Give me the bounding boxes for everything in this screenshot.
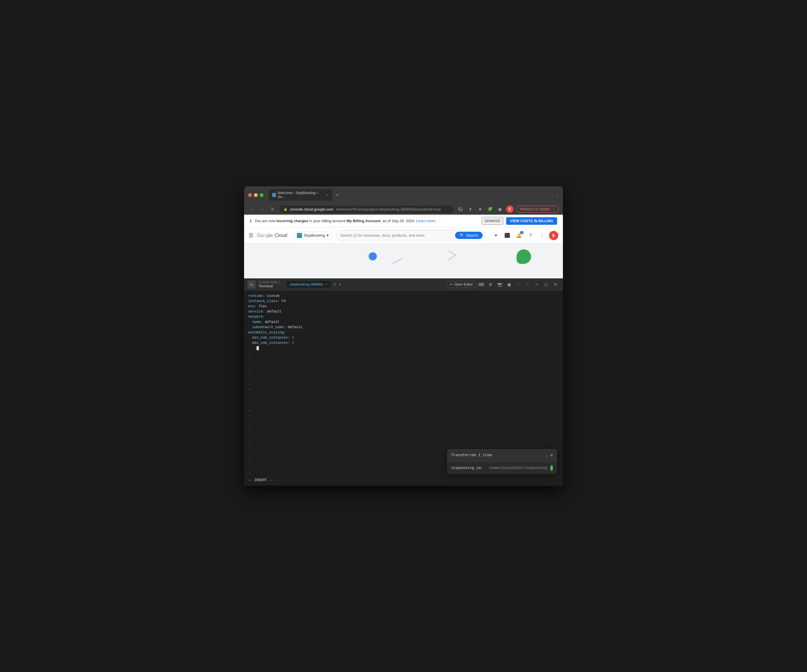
decorative-blue-dot: [369, 252, 377, 260]
edit-icon: ✏: [450, 282, 453, 286]
project-icon: [297, 233, 302, 238]
reading-list-icon[interactable]: ▣: [496, 205, 504, 213]
shell-add-tab-button[interactable]: +: [332, 281, 338, 288]
reload-button[interactable]: ↻: [269, 205, 277, 213]
title-bar: Welcome – StayBooking – Go... ✕ + ⌄: [244, 186, 563, 204]
terminal-line-4: service: default: [248, 309, 559, 314]
transfer-filename: staybooking.jar: [451, 465, 486, 471]
bookmark-icon[interactable]: ★: [477, 205, 484, 213]
dismiss-button[interactable]: DISMISS: [482, 217, 503, 225]
transfer-collapse-button[interactable]: ⌄: [546, 452, 548, 458]
close-shell-button[interactable]: ✕: [551, 280, 560, 288]
gc-header-actions: ✦ ⬛ 🔔 1 ? ⋮ E: [491, 231, 558, 240]
tab-bar: Welcome – StayBooking – Go... ✕ + ⌄: [269, 189, 559, 201]
google-icon[interactable]: [457, 205, 464, 213]
shell-tab-dropdown-button[interactable]: ▾: [339, 282, 341, 286]
maximize-window-button[interactable]: [260, 193, 264, 197]
transfer-close-button[interactable]: ✕: [550, 452, 553, 459]
cloud-wordmark: Cloud: [274, 233, 287, 238]
url-base: console.cloud.google.com: [290, 207, 333, 212]
terminal-body[interactable]: runtime: custom instance_class: F4 env: …: [244, 291, 563, 486]
profile-avatar[interactable]: E: [506, 205, 514, 213]
new-tab-button[interactable]: +: [334, 191, 341, 199]
gc-header: ☰ Google Cloud StayBooking ▾ 🔍 Search: [244, 227, 563, 243]
shell-label: CLOUD SHELL: [259, 281, 280, 284]
shell-tab-active[interactable]: (staybooking-388800) ✕: [287, 281, 331, 288]
insert-mode-indicator: -- INSERT --: [248, 478, 559, 483]
terminal-line-7: subnetwork_name: default: [248, 325, 559, 330]
screen-icon[interactable]: ▣: [505, 280, 513, 288]
share-icon[interactable]: ⬆: [467, 205, 474, 213]
help-icon[interactable]: ?: [526, 231, 535, 240]
billing-text: You are now incurring charges in your bi…: [254, 219, 479, 223]
search-input[interactable]: [340, 233, 455, 238]
cursor: [257, 346, 259, 350]
tab-close-button[interactable]: ✕: [325, 193, 329, 197]
relaunch-button[interactable]: Relaunch to update ⋮: [516, 206, 559, 213]
transfer-notification: Transferred 1 item ⌄ ✕ staybooking.jar /…: [447, 449, 557, 474]
address-bar: ← → ↻ 🔒 console.cloud.google.com /welcom…: [244, 204, 563, 215]
shell-title-area: CLOUD SHELL Terminal: [259, 281, 280, 288]
tab-favicon: [272, 193, 276, 197]
url-bar[interactable]: 🔒 console.cloud.google.com /welcome?hl=e…: [279, 206, 454, 213]
info-icon: ℹ: [250, 218, 252, 223]
learn-more-link[interactable]: Learn more: [416, 219, 435, 223]
search-icon: 🔍: [460, 233, 464, 238]
back-button[interactable]: ←: [248, 205, 256, 213]
tab-label: Welcome – StayBooking – Go...: [278, 191, 324, 199]
open-editor-label: Open Editor: [454, 282, 473, 286]
decorative-line: [392, 258, 403, 264]
forward-button[interactable]: →: [259, 205, 266, 213]
expand-icon[interactable]: ⤢: [533, 280, 541, 288]
security-icon: 🔒: [284, 207, 287, 211]
user-avatar[interactable]: E: [549, 231, 558, 240]
terminal-line-8: automatic_scaling:: [248, 330, 559, 335]
minimize-window-button[interactable]: [254, 193, 258, 197]
terminal-line-1: runtime: custom: [248, 293, 559, 299]
project-name: StayBooking: [304, 233, 325, 238]
more-icon[interactable]: ⋮: [514, 280, 522, 288]
terminal-cursor-line: [248, 346, 559, 351]
cloud-shell: CLOUD SHELL Terminal (staybooking-388800…: [244, 278, 563, 486]
terminal-line-2: instance_class: F4: [248, 299, 559, 304]
transfer-path: /home/byleve2022/staybooking: [489, 465, 547, 471]
google-wordmark: Google: [257, 233, 273, 238]
shell-tab-close-button[interactable]: ✕: [325, 282, 328, 286]
popout-icon[interactable]: ⬡: [542, 280, 550, 288]
shell-tabs: (staybooking-388800) ✕ + ▾: [287, 281, 341, 288]
traffic-lights: [248, 193, 264, 197]
shell-title: Terminal: [259, 284, 280, 288]
transfer-title: Transferred 1 item: [451, 452, 543, 458]
extensions-icon[interactable]: 🧩: [487, 205, 494, 213]
browser-window: Welcome – StayBooking – Go... ✕ + ⌄ ← → …: [244, 186, 563, 486]
search-button[interactable]: 🔍 Search: [455, 232, 483, 239]
content-area: ℹ You are now incurring charges in your …: [244, 215, 563, 486]
camera-icon[interactable]: 📷: [496, 280, 504, 288]
open-editor-button[interactable]: ✏ Open Editor: [447, 281, 476, 288]
gc-search-bar[interactable]: 🔍 Search: [336, 230, 485, 241]
transfer-header: Transferred 1 item ⌄ ✕: [447, 449, 557, 462]
view-costs-button[interactable]: VIEW COSTS IN BILLING: [506, 217, 557, 225]
menu-icon[interactable]: ☰: [249, 232, 253, 239]
gc-logo: Google Cloud: [257, 233, 287, 238]
relaunch-label: Relaunch to update: [520, 207, 550, 211]
settings-icon[interactable]: ⚙: [487, 280, 495, 288]
main-content: [244, 243, 563, 278]
tab-dropdown-button[interactable]: ⌄: [556, 193, 559, 197]
terminal-line-5: network:: [248, 314, 559, 319]
decorative-arrow: [447, 249, 457, 263]
terminal-line-3: env: flex: [248, 304, 559, 309]
decorative-green-blob: [516, 249, 531, 264]
terminal-line-6: name: default: [248, 319, 559, 325]
gemini-icon[interactable]: ✦: [491, 231, 500, 240]
project-selector[interactable]: StayBooking ▾: [293, 231, 332, 240]
more-options-icon[interactable]: ⋮: [537, 231, 547, 240]
active-tab[interactable]: Welcome – StayBooking – Go... ✕: [269, 189, 332, 201]
notification-badge: 1: [520, 230, 524, 235]
cloud-shell-icon[interactable]: ⬛: [503, 231, 512, 240]
shell-tab-label: (staybooking-388800): [290, 282, 323, 286]
notifications-button[interactable]: 🔔 1: [514, 231, 523, 240]
close-window-button[interactable]: [248, 193, 252, 197]
minimize-icon[interactable]: −: [523, 280, 531, 288]
keyboard-icon[interactable]: ⌨: [477, 280, 485, 288]
